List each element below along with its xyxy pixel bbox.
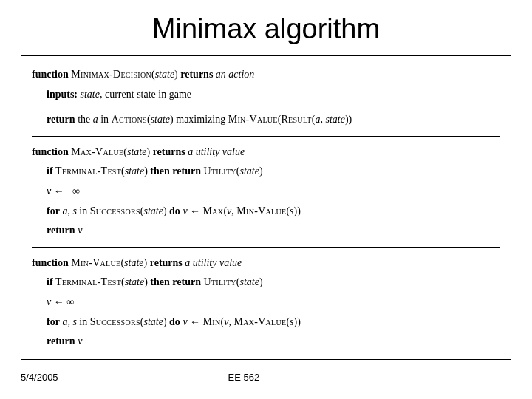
- fn-terminal-test: Terminal-Test: [55, 276, 121, 287]
- keyword-function: function: [32, 146, 69, 157]
- algorithm-box: function Minimax-Decision(state) returns…: [21, 55, 511, 360]
- keyword-returns: returns: [150, 257, 183, 268]
- arg-state: state: [124, 257, 143, 268]
- keyword-do: do: [169, 205, 180, 216]
- var-state: state: [143, 205, 163, 216]
- fn-min: Min: [203, 316, 221, 327]
- keyword-function: function: [32, 257, 69, 268]
- keyword-function: function: [32, 69, 69, 80]
- separator: [32, 247, 500, 248]
- slide-title: Minimax algorithm: [21, 13, 511, 45]
- fn-max-value: Max-Value: [233, 316, 286, 327]
- assign-neg-inf: ← −∞: [51, 185, 80, 197]
- footer-course: EE 562: [228, 372, 260, 383]
- var-state: state: [143, 316, 163, 327]
- text-in: in: [77, 205, 90, 216]
- var-v: v: [78, 225, 82, 236]
- keyword-for: for: [47, 205, 60, 216]
- footer-date: 5/4/2005: [21, 372, 58, 383]
- text: maximizing: [174, 114, 228, 125]
- arg-state: state: [127, 146, 146, 157]
- ret-type: a utility value: [185, 257, 242, 268]
- ret-type: an action: [216, 69, 255, 80]
- fn-terminal-test: Terminal-Test: [55, 166, 121, 177]
- keyword-inputs: inputs:: [47, 89, 78, 100]
- ret-type: a utility value: [188, 146, 245, 157]
- assign-pos-inf: ← ∞: [51, 296, 74, 307]
- fn-min-value: Min-Value: [71, 257, 120, 268]
- paren: )): [345, 114, 352, 125]
- inputs-var: state: [81, 89, 100, 100]
- keyword-return: return: [47, 335, 75, 347]
- algo-line: for a, s in Successors(state) do v ← Min…: [32, 313, 500, 332]
- arrow: ←: [188, 205, 203, 216]
- algo-line: function Max-Value(state) returns a util…: [32, 143, 500, 163]
- var-v: v: [78, 335, 82, 347]
- keyword-then-return: then return: [150, 276, 201, 287]
- text: the: [75, 114, 93, 125]
- keyword-return: return: [47, 114, 75, 125]
- var-state: state: [325, 114, 344, 125]
- fn-minimax-decision: Minimax-Decision: [71, 69, 151, 80]
- fn-utility: Utility: [203, 276, 236, 287]
- fn-utility: Utility: [203, 166, 236, 177]
- var-state: state: [125, 166, 144, 177]
- separator: [32, 136, 500, 137]
- algo-line: inputs: state, current state in game: [32, 85, 500, 105]
- algo-line: if Terminal-Test(state) then return Util…: [32, 162, 500, 182]
- fn-successors: Successors: [90, 316, 140, 327]
- algo-line: return v: [32, 332, 500, 352]
- fn-result: Result: [281, 114, 311, 125]
- var-state: state: [151, 114, 170, 125]
- var-state: state: [240, 276, 259, 287]
- fn-min-value: Min-Value: [236, 205, 286, 216]
- algo-line: v ← −∞: [32, 182, 500, 202]
- var-state: state: [125, 276, 144, 287]
- var-a: a: [93, 114, 98, 125]
- keyword-then-return: then return: [150, 166, 201, 177]
- keyword-if: if: [47, 166, 53, 177]
- fn-min-value: Min-Value: [228, 114, 278, 125]
- inputs-desc: , current state in game: [100, 89, 191, 100]
- algo-line: if Terminal-Test(state) then return Util…: [32, 273, 500, 293]
- keyword-return: return: [47, 225, 75, 236]
- algo-line: return v: [32, 221, 500, 241]
- slide-footer: 5/4/2005 EE 562: [21, 372, 511, 383]
- algo-line: for a, s in Successors(state) do v ← Max…: [32, 202, 500, 222]
- fn-actions: Actions: [112, 114, 147, 125]
- algo-line: function Min-Value(state) returns a util…: [32, 253, 500, 273]
- algo-line: v ← ∞: [32, 293, 500, 313]
- keyword-do: do: [169, 316, 180, 327]
- fn-successors: Successors: [90, 205, 140, 216]
- text: in: [98, 114, 112, 125]
- text-in: in: [77, 316, 90, 327]
- arg-state: state: [155, 69, 174, 80]
- keyword-returns: returns: [153, 146, 185, 157]
- algo-line: return the a in Actions(state) maximizin…: [32, 110, 500, 130]
- fn-max-value: Max-Value: [71, 146, 123, 157]
- keyword-if: if: [47, 276, 53, 287]
- keyword-for: for: [47, 316, 60, 327]
- slide: Minimax algorithm function Minimax-Decis…: [0, 0, 532, 399]
- arrow: ←: [188, 316, 203, 327]
- var-state: state: [240, 166, 259, 177]
- keyword-returns: returns: [180, 69, 213, 80]
- fn-max: Max: [203, 205, 224, 216]
- algo-line: function Minimax-Decision(state) returns…: [32, 65, 500, 85]
